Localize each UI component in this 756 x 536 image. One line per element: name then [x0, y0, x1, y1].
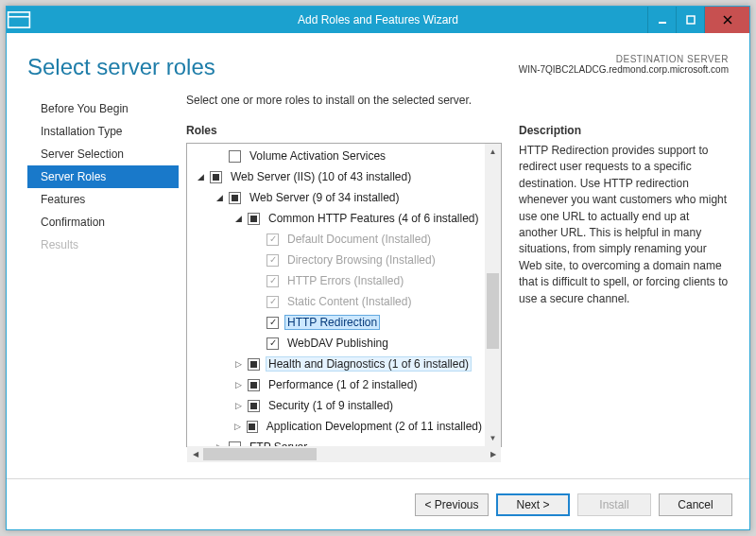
- destination-label: DESTINATION SERVER: [519, 54, 729, 64]
- description-label: Description: [519, 124, 729, 137]
- checkbox[interactable]: [248, 358, 260, 371]
- tree-node-label[interactable]: Application Development (2 of 11 install…: [264, 419, 485, 434]
- tree-node-label[interactable]: HTTP Errors (Installed): [284, 273, 406, 288]
- tree-node[interactable]: HTTP Errors (Installed): [187, 270, 485, 291]
- tree-node[interactable]: Directory Browsing (Installed): [187, 250, 485, 270]
- vertical-scrollbar[interactable]: ▲ ▼: [485, 144, 501, 446]
- checkbox[interactable]: [247, 421, 258, 433]
- system-menu-icon[interactable]: [7, 8, 31, 32]
- tree-node-label[interactable]: FTP Server: [247, 440, 310, 446]
- scroll-right-icon[interactable]: ▶: [485, 446, 501, 462]
- tree-node-label[interactable]: Web Server (IIS) (10 of 43 installed): [228, 169, 414, 184]
- checkbox: [266, 275, 279, 287]
- svg-rect-0: [9, 12, 30, 27]
- tree-node-label[interactable]: Security (1 of 9 installed): [266, 398, 396, 413]
- wizard-footer: < Previous Next > Install Cancel: [7, 478, 749, 529]
- instruction-text: Select one or more roles to install on t…: [186, 94, 729, 107]
- tree-node[interactable]: ◢Web Server (9 of 34 installed): [187, 187, 485, 208]
- destination-value: WIN-7QIBC2LADCG.redmond.corp.microsoft.c…: [519, 64, 729, 75]
- tree-node[interactable]: ▷Performance (1 of 2 installed): [187, 374, 485, 395]
- description-text: HTTP Redirection provides support to red…: [519, 143, 729, 307]
- expand-icon[interactable]: ▷: [232, 379, 244, 390]
- cancel-button[interactable]: Cancel: [659, 493, 732, 516]
- nav-step-server-roles[interactable]: Server Roles: [27, 165, 179, 188]
- checkbox[interactable]: [266, 317, 279, 329]
- collapse-icon[interactable]: ◢: [214, 192, 225, 203]
- install-button: Install: [577, 493, 651, 516]
- nav-step-server-selection[interactable]: Server Selection: [27, 143, 179, 165]
- scroll-left-icon[interactable]: ◀: [187, 446, 203, 462]
- scroll-down-icon[interactable]: ▼: [485, 430, 501, 446]
- checkbox: [266, 254, 279, 267]
- tree-node[interactable]: Volume Activation Services: [187, 146, 485, 166]
- tree-node[interactable]: ◢Common HTTP Features (4 of 6 installed): [187, 208, 485, 229]
- close-button[interactable]: [704, 7, 749, 33]
- page-title: Select server roles: [27, 54, 215, 80]
- checkbox[interactable]: [229, 192, 241, 204]
- minimize-button[interactable]: [647, 7, 676, 33]
- tree-node[interactable]: ▷Health and Diagnostics (1 of 6 installe…: [187, 354, 485, 374]
- expand-icon[interactable]: ▷: [232, 400, 244, 411]
- checkbox[interactable]: [229, 150, 241, 163]
- titlebar[interactable]: Add Roles and Features Wizard: [7, 7, 749, 33]
- tree-node[interactable]: ▷FTP Server: [187, 437, 485, 446]
- next-button[interactable]: Next >: [496, 493, 570, 516]
- checkbox[interactable]: [248, 213, 260, 225]
- wizard-window: Add Roles and Features Wizard Select ser…: [6, 6, 750, 530]
- tree-node[interactable]: ◢Web Server (IIS) (10 of 43 installed): [187, 166, 485, 187]
- checkbox[interactable]: [248, 379, 260, 391]
- roles-label: Roles: [186, 124, 502, 137]
- collapse-icon[interactable]: ◢: [195, 171, 206, 182]
- tree-node-label[interactable]: Health and Diagnostics (1 of 6 installed…: [266, 356, 472, 372]
- tree-node-label[interactable]: HTTP Redirection: [284, 315, 380, 330]
- tree-node-label[interactable]: WebDAV Publishing: [284, 336, 391, 351]
- checkbox[interactable]: [266, 337, 279, 350]
- expand-icon[interactable]: ▷: [232, 421, 243, 432]
- maximize-button[interactable]: [676, 7, 704, 33]
- checkbox[interactable]: [248, 400, 260, 412]
- collapse-icon[interactable]: ◢: [232, 213, 244, 224]
- previous-button[interactable]: < Previous: [415, 493, 489, 516]
- destination-server: DESTINATION SERVER WIN-7QIBC2LADCG.redmo…: [519, 54, 729, 80]
- tree-node[interactable]: HTTP Redirection: [187, 312, 485, 333]
- tree-node[interactable]: ▷Application Development (2 of 11 instal…: [187, 416, 485, 437]
- tree-node-label[interactable]: Web Server (9 of 34 installed): [247, 190, 403, 205]
- tree-node-label[interactable]: Performance (1 of 2 installed): [266, 377, 420, 392]
- tree-node[interactable]: WebDAV Publishing: [187, 333, 485, 354]
- wizard-steps-nav: Before You BeginInstallation TypeServer …: [27, 94, 179, 478]
- nav-step-before-you-begin[interactable]: Before You Begin: [27, 97, 179, 120]
- scroll-up-icon[interactable]: ▲: [485, 144, 501, 160]
- nav-step-features[interactable]: Features: [27, 188, 179, 211]
- tree-node[interactable]: Default Document (Installed): [187, 229, 485, 250]
- tree-node[interactable]: ▷Security (1 of 9 installed): [187, 395, 485, 416]
- horizontal-scrollbar[interactable]: ◀ ▶: [187, 446, 501, 462]
- roles-tree[interactable]: Volume Activation Services◢Web Server (I…: [186, 143, 502, 447]
- tree-node-label[interactable]: Static Content (Installed): [284, 294, 414, 309]
- tree-node-label[interactable]: Default Document (Installed): [284, 232, 434, 247]
- tree-node-label[interactable]: Directory Browsing (Installed): [284, 252, 438, 268]
- expand-icon[interactable]: ▷: [232, 358, 244, 370]
- nav-step-installation-type[interactable]: Installation Type: [27, 120, 179, 143]
- nav-step-confirmation[interactable]: Confirmation: [27, 211, 179, 233]
- tree-node[interactable]: Static Content (Installed): [187, 291, 485, 312]
- checkbox: [266, 296, 279, 308]
- tree-node-label[interactable]: Common HTTP Features (4 of 6 installed): [266, 211, 482, 226]
- checkbox: [266, 233, 279, 246]
- window-title: Add Roles and Features Wizard: [7, 13, 749, 26]
- tree-node-label[interactable]: Volume Activation Services: [247, 148, 388, 164]
- svg-rect-3: [687, 16, 695, 24]
- hscroll-thumb[interactable]: [203, 448, 317, 460]
- scroll-thumb[interactable]: [487, 273, 499, 349]
- nav-step-results: Results: [27, 233, 179, 256]
- checkbox[interactable]: [210, 171, 222, 183]
